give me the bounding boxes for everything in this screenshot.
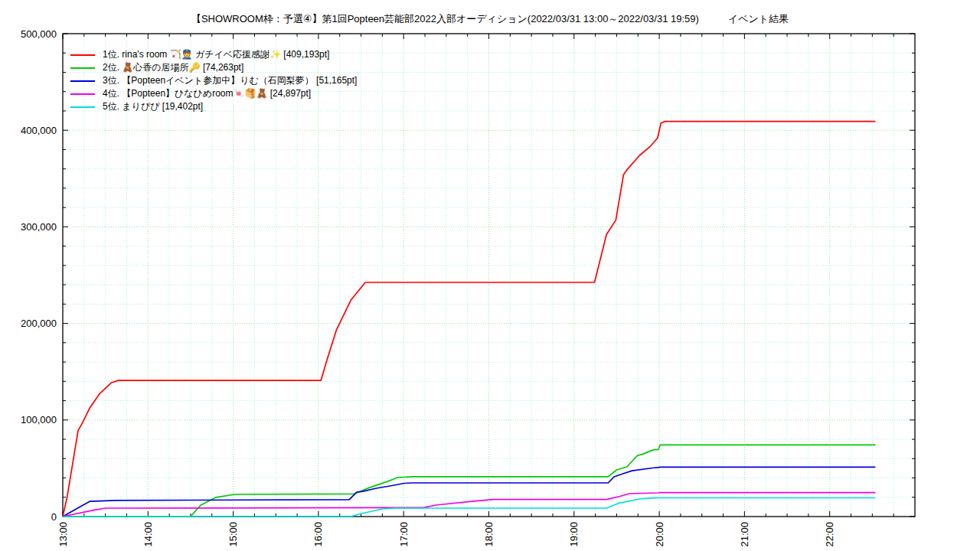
legend-swatch-rank3 xyxy=(70,80,95,82)
legend-label-rank3: 3位. 【Popteenイベント参加中】りむ（石岡梨夢） [51,165pt] xyxy=(103,74,357,87)
x-tick-label: 18:00 xyxy=(483,522,495,547)
x-tick-label: 20:00 xyxy=(654,522,665,547)
y-tick-label: 300,000 xyxy=(21,221,57,233)
series-line-rank4 xyxy=(63,493,875,517)
x-tick-label: 14:00 xyxy=(142,522,154,547)
legend-item-rank5: 5位. まりぴぴ [19,402pt] xyxy=(70,100,357,113)
x-tick-label: 16:00 xyxy=(312,522,324,547)
x-tick-label: 13:00 xyxy=(57,522,69,547)
series-line-rank1 xyxy=(63,122,875,517)
y-tick-label: 500,000 xyxy=(21,28,57,40)
series-line-rank3 xyxy=(63,467,875,517)
legend-label-rank5: 5位. まりぴぴ [19,402pt] xyxy=(103,100,203,113)
legend-item-rank2: 2位. 🧸心香の居場所🔑 [74,263pt] xyxy=(70,61,357,74)
y-tick-labels: 0100,000200,000300,000400,000500,000 xyxy=(21,28,57,523)
legend-item-rank1: 1位. rina's room 🏹👮 ガチイベ応援感謝✨ [409,193pt] xyxy=(70,48,357,61)
x-tick-label: 15:00 xyxy=(227,522,239,547)
x-tick-label: 19:00 xyxy=(568,522,580,547)
showroom-event-result-page: 【SHOWROOM枠：予選④】第1回Popteen芸能部2022入部オーディショ… xyxy=(0,0,980,551)
x-tick-label: 22:00 xyxy=(824,522,835,547)
legend-swatch-rank1 xyxy=(70,54,95,56)
legend-label-rank2: 2位. 🧸心香の居場所🔑 [74,263pt] xyxy=(103,61,243,74)
legend-item-rank3: 3位. 【Popteenイベント参加中】りむ（石岡梨夢） [51,165pt] xyxy=(70,74,357,87)
chart-legend: 1位. rina's room 🏹👮 ガチイベ応援感謝✨ [409,193pt]… xyxy=(70,48,357,113)
legend-swatch-rank4 xyxy=(70,93,95,95)
x-tick-labels: 13:0014:0015:0016:0017:0018:0019:0020:00… xyxy=(57,522,836,547)
legend-label-rank4: 4位. 【Popteen】ひなひめroom🍬🥞🧸 [24,897pt] xyxy=(103,87,311,100)
x-tick-label: 17:00 xyxy=(398,522,410,547)
series-line-rank2 xyxy=(63,445,875,517)
legend-label-rank1: 1位. rina's room 🏹👮 ガチイベ応援感謝✨ [409,193pt] xyxy=(103,48,329,61)
y-tick-label: 400,000 xyxy=(21,125,57,136)
y-tick-label: 200,000 xyxy=(21,318,57,329)
legend-swatch-rank5 xyxy=(70,106,95,108)
y-tick-label: 0 xyxy=(51,511,57,523)
legend-swatch-rank2 xyxy=(70,67,95,69)
legend-item-rank4: 4位. 【Popteen】ひなひめroom🍬🥞🧸 [24,897pt] xyxy=(70,87,357,100)
x-tick-label: 21:00 xyxy=(739,522,750,547)
y-tick-label: 100,000 xyxy=(21,414,57,425)
